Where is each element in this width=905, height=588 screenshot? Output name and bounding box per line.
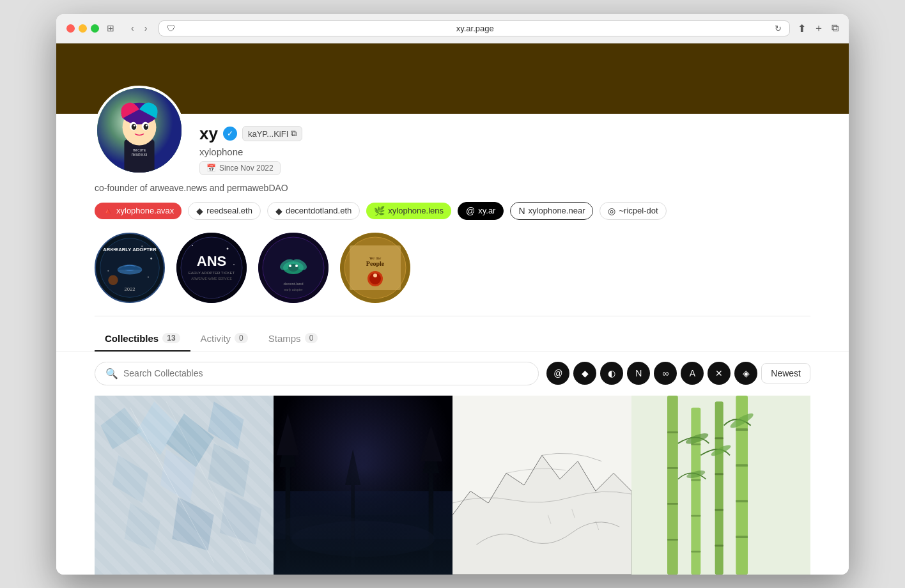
svg-point-39 [295, 265, 298, 267]
link-ricpel[interactable]: ◎ ~ricpel-dot [599, 202, 666, 220]
close-button[interactable] [66, 24, 75, 33]
svg-point-17 [107, 270, 109, 271]
svg-text:ARWEAVE NAME SERVICE: ARWEAVE NAME SERVICE [191, 277, 232, 281]
calendar-icon: 📅 [206, 164, 216, 173]
svg-rect-50 [95, 396, 274, 575]
ar-icon: @ [466, 206, 475, 216]
svg-text:ARK EARLY ADOPTER: ARK EARLY ADOPTER [103, 246, 157, 252]
svg-rect-77 [274, 396, 452, 575]
verified-badge: ✓ [223, 127, 237, 141]
search-input[interactable] [123, 368, 528, 378]
link-eth2[interactable]: ◆ decentdotland.eth [267, 202, 360, 220]
svg-rect-99 [736, 428, 748, 431]
svg-line-61 [130, 407, 214, 562]
minimize-button[interactable] [79, 24, 87, 33]
svg-line-62 [166, 401, 250, 562]
profile-bio: co-founder of arweave.news and permawebD… [56, 175, 849, 193]
svg-rect-91 [691, 514, 700, 516]
tabs-section: Collectibles 13 Activity 0 Stamps 0 [56, 316, 849, 352]
ricpel-icon: ◎ [608, 206, 615, 216]
link-lens[interactable]: 🌿 xylophone.lens [366, 203, 451, 219]
ar-label: xy.ar [478, 206, 495, 215]
security-icon: 🛡 [167, 24, 175, 33]
forward-button[interactable]: › [141, 22, 151, 35]
filter-near-button[interactable]: N [627, 362, 650, 385]
svg-point-76 [274, 514, 369, 538]
svg-marker-58 [125, 503, 160, 551]
avatar-wrapper: I'M CUTE I'M NR KXII [95, 86, 184, 175]
share-button[interactable]: ⬆ [798, 22, 806, 35]
wallet-address-text: kaYP...KiFI [248, 129, 288, 139]
filter-eth-button[interactable]: ◆ [573, 362, 596, 385]
wallet-address-button[interactable]: kaYP...KiFI ⧉ [242, 126, 302, 141]
tab-collectibles-count: 13 [162, 333, 180, 343]
collectible-card-3[interactable] [452, 396, 631, 575]
filter-loop-button[interactable]: ∞ [654, 362, 677, 385]
sort-newest-button[interactable]: Newest [761, 363, 810, 383]
link-avax[interactable]: 🔺 xylophone.avax [95, 203, 182, 219]
svg-rect-93 [715, 401, 723, 575]
svg-marker-55 [112, 455, 148, 503]
collectible-card-2[interactable] [274, 396, 452, 575]
svg-rect-84 [667, 431, 678, 433]
link-near[interactable]: N xylophone.near [510, 202, 593, 220]
profile-header: I'M CUTE I'M NR KXII xy ✓ kaYP...KiFI ⧉ … [56, 114, 849, 175]
collectibles-grid [56, 396, 849, 575]
link-ar[interactable]: @ xy.ar [458, 202, 504, 220]
avatar: I'M CUTE I'M NR KXII [95, 86, 184, 175]
svg-point-75 [291, 521, 435, 557]
filter-a-button[interactable]: A [681, 362, 704, 385]
svg-point-26 [192, 245, 193, 246]
search-box: 🔍 [95, 362, 539, 385]
svg-rect-89 [691, 443, 700, 445]
collectible-card-1[interactable] [95, 396, 274, 575]
badge-ark[interactable]: ARK EARLY ADOPTER 2022 [95, 233, 165, 303]
svg-marker-56 [160, 449, 196, 503]
svg-rect-97 [715, 545, 723, 546]
browser-actions: ⬆ ＋ ⧉ [798, 22, 839, 35]
profile-info: xy ✓ kaYP...KiFI ⧉ xylophone 📅 Since Nov… [184, 114, 798, 175]
tab-activity-count: 0 [235, 333, 248, 343]
search-icon: 🔍 [105, 368, 118, 380]
tab-collectibles[interactable]: Collectibles 13 [95, 327, 190, 352]
svg-text:2022: 2022 [124, 286, 135, 291]
eth1-icon: ◆ [196, 206, 203, 216]
svg-text:early adopter: early adopter [284, 288, 303, 291]
badge-decent[interactable]: decent.land early adopter [258, 233, 329, 303]
avatar-image: I'M CUTE I'M NR KXII [97, 88, 182, 173]
address-bar[interactable]: 🛡 xy.ar.page ↻ [159, 20, 790, 36]
back-button[interactable]: ‹ [127, 22, 138, 35]
tab-stamps-label: Stamps [268, 333, 301, 344]
svg-marker-59 [172, 497, 213, 550]
filter-x-button[interactable]: ✕ [708, 362, 731, 385]
reload-button[interactable]: ↻ [775, 24, 782, 33]
copy-icon: ⧉ [291, 128, 297, 139]
tabs-button[interactable]: ⧉ [832, 22, 839, 34]
filter-g-button[interactable]: ◐ [600, 362, 623, 385]
avax-label: xylophone.avax [116, 206, 174, 215]
sort-label: Newest [771, 368, 801, 378]
tab-stamps[interactable]: Stamps 0 [258, 327, 329, 352]
maximize-button[interactable] [91, 24, 99, 33]
collectible-card-4[interactable] [631, 396, 810, 575]
svg-rect-70 [429, 467, 433, 575]
svg-text:decent.land: decent.land [283, 282, 303, 286]
link-eth1[interactable]: ◆ reedseal.eth [188, 202, 261, 220]
filter-ar-button[interactable]: @ [546, 362, 569, 385]
filter-binance-button[interactable]: ◈ [734, 362, 757, 385]
lens-label: xylophone.lens [388, 206, 444, 215]
svg-rect-90 [691, 479, 700, 481]
svg-marker-52 [136, 401, 178, 455]
badge-ans[interactable]: ANS EARLY ADOPTER TICKET ARWEAVE NAME SE… [176, 233, 247, 303]
svg-rect-100 [736, 464, 748, 467]
svg-rect-94 [715, 437, 723, 439]
profile-page: I'M CUTE I'M NR KXII xy ✓ kaYP...KiFI ⧉ … [56, 43, 849, 575]
svg-point-27 [227, 247, 229, 249]
badge-wepeople[interactable]: We the People [340, 233, 410, 303]
tab-stamps-count: 0 [305, 333, 318, 343]
tab-activity[interactable]: Activity 0 [190, 327, 258, 352]
traffic-lights [66, 24, 99, 33]
near-label: xylophone.near [529, 206, 585, 215]
new-tab-button[interactable]: ＋ [814, 22, 824, 35]
eth2-icon: ◆ [275, 206, 282, 216]
